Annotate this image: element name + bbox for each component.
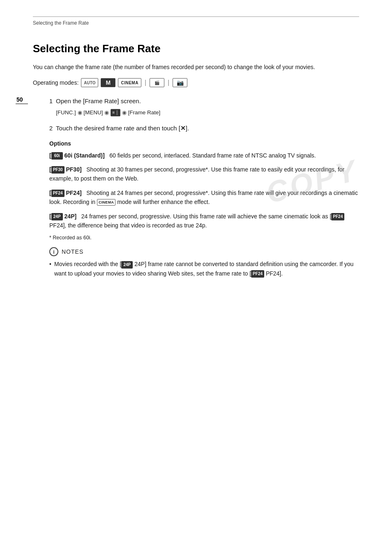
info-circle-icon: i	[49, 247, 58, 256]
footnote: * Recorded as 60i.	[49, 235, 359, 241]
badge-pf24-note: PF24	[251, 270, 264, 278]
top-rule	[33, 16, 359, 17]
mode-badge-scn: 🎬	[150, 78, 164, 87]
step-1-detail: [FUNC.] ◉ [MENU] ◉ ≡ │ ◉ [Frame Rate]	[56, 108, 359, 117]
option-pf24-label: [PF24 PF24]	[49, 190, 82, 196]
badge-pf24-ref: PF24	[331, 213, 344, 220]
step-2-number: 2	[49, 125, 53, 132]
page-title: Selecting the Frame Rate	[33, 42, 359, 55]
divider-pipe-1: |	[145, 79, 146, 86]
operating-modes-row: Operating modes: AUTO M CINEMA | 🎬 | 📷	[33, 78, 359, 87]
option-pf30-label: [PF30 PF30]	[49, 166, 82, 173]
page-number: 50	[16, 96, 23, 103]
page-number-line	[16, 104, 28, 104]
option-pf30: [PF30 PF30] Shooting at 30 frames per se…	[49, 165, 359, 183]
divider-pipe-2: |	[168, 79, 169, 86]
step-1-number: 1	[49, 98, 53, 104]
badge-pf30: PF30	[51, 166, 65, 174]
notes-item-1: Movies recorded with the [24P 24P] frame…	[49, 259, 359, 278]
options-heading: Options	[49, 140, 359, 147]
option-60i-label: [60i 60i (Standard)]	[49, 152, 105, 159]
step-2: 2 Touch the desired frame rate and then …	[49, 123, 359, 133]
content-section: 50 1 Open the [Frame Rate] screen. [FUNC…	[33, 96, 359, 278]
step-1: 1 Open the [Frame Rate] screen. [FUNC.] …	[49, 96, 359, 117]
option-24p: [24P 24P] 24 frames per second, progress…	[49, 212, 359, 230]
intro-text: You can change the frame rate (the numbe…	[33, 63, 359, 72]
notes-header: i NOTES	[49, 247, 359, 256]
mode-badge-camera: 📷	[173, 78, 187, 87]
operating-modes-label: Operating modes:	[33, 79, 78, 86]
badge-pf24: PF24	[51, 190, 65, 197]
notes-section: i NOTES Movies recorded with the [24P 24…	[49, 247, 359, 278]
option-pf24: [PF24 PF24] Shooting at 24 frames per se…	[49, 188, 359, 207]
notes-label: NOTES	[62, 248, 83, 255]
mode-badge-m: M	[101, 78, 115, 87]
mode-badge-auto: AUTO	[81, 78, 98, 87]
step-1-title: Open the [Frame Rate] screen.	[56, 97, 141, 104]
badge-24p: 24P	[51, 213, 63, 220]
mode-badge-cinema: CINEMA	[118, 78, 141, 87]
breadcrumb: Selecting the Frame Rate	[33, 20, 359, 26]
badge-24p-note: 24P	[121, 261, 133, 269]
badge-60i: 60i	[51, 152, 63, 160]
step-2-title: Touch the desired frame rate and then to…	[56, 125, 189, 132]
option-24p-label: [24P 24P]	[49, 213, 76, 220]
menu-icon-badge: ≡ │	[111, 109, 120, 116]
cinema-inline-badge: CINEMA	[97, 199, 115, 206]
option-60i: [60i 60i (Standard)] 60 fields per secon…	[49, 151, 359, 160]
